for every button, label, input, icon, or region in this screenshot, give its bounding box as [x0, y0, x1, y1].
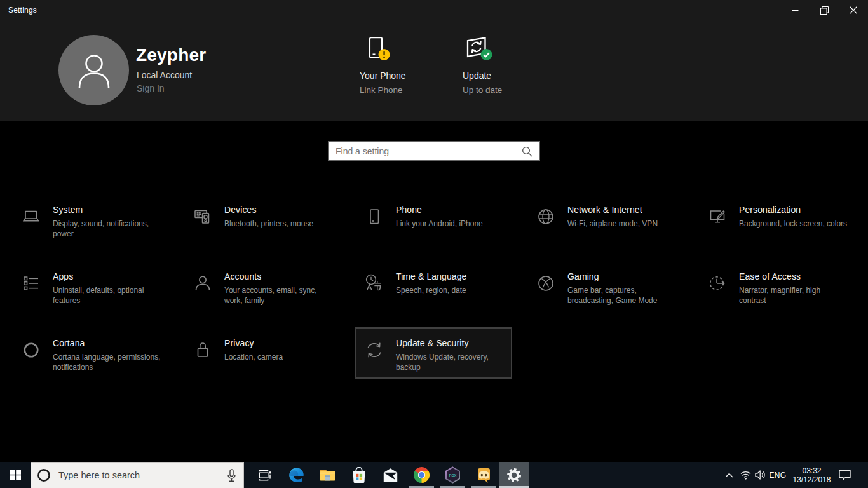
network-globe-icon	[535, 206, 557, 227]
speaker-icon	[755, 470, 766, 480]
restore-button[interactable]	[810, 0, 839, 20]
chevron-up-icon	[725, 473, 733, 478]
category-tile-system[interactable]: System Display, sound, notifications, po…	[11, 194, 169, 245]
update-title: Update	[463, 71, 502, 81]
category-description: Wi-Fi, airplane mode, VPN	[567, 219, 677, 229]
settings-taskbar-button[interactable]	[499, 462, 529, 488]
discord-icon	[475, 466, 492, 484]
settings-search-input[interactable]	[329, 146, 522, 156]
svg-text:nox: nox	[449, 472, 456, 478]
category-title: Time & Language	[396, 270, 509, 283]
windows-logo-icon	[10, 470, 21, 480]
category-description: Narrator, magnifier, high contrast	[739, 286, 848, 306]
restore-icon	[820, 6, 829, 15]
show-desktop-button[interactable]	[865, 462, 868, 488]
minimize-button[interactable]	[780, 0, 810, 20]
settings-window: Settings Zeypher Local Account Sign In	[0, 0, 868, 462]
mail-button[interactable]	[375, 462, 405, 488]
cortana-icon	[20, 339, 42, 361]
action-center-icon	[839, 470, 851, 480]
update-subtitle: Up to date	[463, 85, 502, 95]
category-description: Link your Android, iPhone	[396, 219, 505, 229]
tray-volume-button[interactable]	[754, 470, 767, 480]
category-title: Phone	[396, 203, 509, 216]
category-tile-gaming[interactable]: Gaming Game bar, captures, broadcasting,…	[526, 261, 684, 312]
close-icon	[850, 6, 857, 14]
category-tile-phone[interactable]: Phone Link your Android, iPhone	[355, 194, 512, 245]
phone-icon	[363, 206, 385, 227]
category-description: Speech, region, date	[396, 286, 505, 296]
your-phone-subtitle: Link Phone	[360, 85, 406, 95]
category-title: Update & Security	[396, 337, 509, 349]
person-icon	[73, 50, 115, 92]
wifi-icon	[740, 471, 751, 480]
category-title: Devices	[224, 203, 337, 216]
task-view-icon	[257, 468, 271, 482]
file-explorer-button[interactable]	[312, 462, 342, 488]
category-tile-update-security[interactable]: Update & Security Windows Update, recove…	[355, 327, 512, 379]
task-view-button[interactable]	[249, 462, 280, 488]
nox-player-icon: nox	[444, 466, 461, 484]
desktop-screen: Settings Zeypher Local Account Sign In	[0, 0, 868, 488]
category-description: Uninstall, defaults, optional features	[53, 286, 162, 306]
store-button[interactable]	[344, 462, 374, 488]
window-controls	[780, 0, 868, 20]
edge-icon	[288, 466, 305, 484]
category-title: Accounts	[224, 270, 337, 283]
tray-clock[interactable]: 03:32 13/12/2018	[790, 466, 834, 485]
category-description: Bluetooth, printers, mouse	[224, 219, 334, 229]
category-tile-privacy[interactable]: Privacy Location, camera	[183, 327, 341, 379]
category-tile-ease-of-access[interactable]: Ease of Access Narrator, magnifier, high…	[698, 261, 855, 312]
account-type-label: Local Account	[137, 70, 192, 80]
sign-in-link[interactable]: Sign In	[137, 83, 165, 93]
user-avatar[interactable]	[58, 35, 129, 105]
discord-button[interactable]	[468, 462, 499, 488]
category-tile-personalization[interactable]: Personalization Background, lock screen,…	[698, 194, 855, 245]
action-center-button[interactable]	[834, 470, 856, 480]
your-phone-title: Your Phone	[360, 71, 406, 81]
category-tile-time-language[interactable]: Time & Language Speech, region, date	[355, 261, 512, 312]
microphone-icon[interactable]	[227, 469, 236, 482]
apps-icon	[20, 273, 42, 294]
chrome-icon	[413, 466, 430, 484]
category-title: Network & Internet	[567, 203, 681, 216]
category-description: Your accounts, email, sync, work, family	[224, 286, 334, 306]
category-title: Privacy	[224, 337, 337, 349]
update-security-icon	[363, 339, 385, 361]
system-icon	[20, 206, 42, 227]
category-title: Personalization	[739, 203, 852, 216]
devices-icon	[192, 206, 214, 227]
tray-language-button[interactable]: ENG	[767, 471, 789, 480]
titlebar: Settings	[0, 0, 868, 20]
category-tile-cortana[interactable]: Cortana Cortana language, permissions, n…	[11, 327, 169, 379]
chrome-button[interactable]	[406, 462, 437, 488]
category-title: Apps	[53, 270, 166, 283]
quick-action-your-phone[interactable]: Your Phone Link Phone	[360, 35, 406, 95]
start-button[interactable]	[0, 462, 31, 488]
personalization-icon	[707, 206, 728, 227]
system-tray: ENG 03:32 13/12/2018	[721, 462, 868, 488]
category-tile-accounts[interactable]: Accounts Your accounts, email, sync, wor…	[183, 261, 341, 312]
close-button[interactable]	[839, 0, 868, 20]
gear-icon	[506, 468, 522, 483]
category-title: Gaming	[567, 270, 681, 283]
category-tile-apps[interactable]: Apps Uninstall, defaults, optional featu…	[11, 261, 169, 312]
category-description: Background, lock screen, colors	[739, 219, 848, 229]
quick-action-update[interactable]: Update Up to date	[463, 35, 502, 95]
settings-search-box	[328, 141, 540, 161]
category-tile-network[interactable]: Network & Internet Wi-Fi, airplane mode,…	[526, 194, 684, 245]
category-description: Cortana language, permissions, notificat…	[53, 353, 162, 372]
store-icon	[351, 467, 367, 484]
taskbar-search-box	[31, 462, 244, 488]
tray-wifi-button[interactable]	[737, 471, 754, 480]
edge-button[interactable]	[281, 462, 311, 488]
category-description: Game bar, captures, broadcasting, Game M…	[567, 286, 677, 306]
category-tile-devices[interactable]: Devices Bluetooth, printers, mouse	[183, 194, 341, 245]
tray-expand-button[interactable]	[721, 473, 737, 478]
ease-of-access-icon	[707, 273, 728, 294]
taskbar-search-input[interactable]	[51, 470, 227, 480]
search-icon[interactable]	[522, 146, 532, 157]
gaming-xbox-icon	[535, 273, 557, 294]
nox-player-button[interactable]: nox	[437, 462, 468, 488]
category-title: System	[53, 203, 166, 216]
